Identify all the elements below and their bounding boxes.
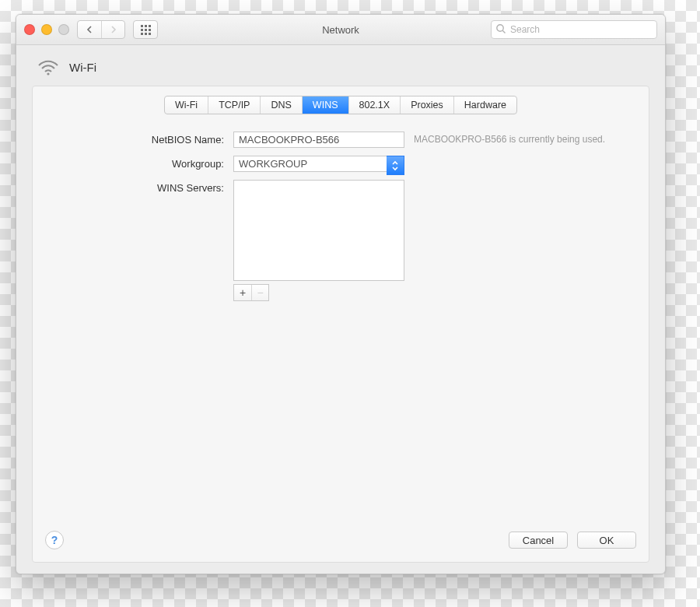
- panel-footer: ? Cancel OK: [45, 520, 636, 549]
- tab-dns[interactable]: DNS: [260, 96, 301, 114]
- service-title: Wi-Fi: [69, 61, 96, 74]
- search-icon: [495, 23, 506, 34]
- workgroup-combobox: [233, 156, 404, 172]
- content: Wi-Fi Wi-Fi TCP/IP DNS WINS 802.1X Proxi…: [16, 45, 665, 574]
- grid-icon: [141, 25, 151, 35]
- workgroup-label: Workgroup:: [172, 156, 224, 170]
- tabs: Wi-Fi TCP/IP DNS WINS 802.1X Proxies Har…: [164, 96, 517, 114]
- nav-back-forward: [77, 20, 125, 39]
- tab-proxies[interactable]: Proxies: [400, 96, 453, 114]
- svg-point-0: [497, 25, 503, 31]
- close-icon[interactable]: [24, 24, 35, 35]
- netbios-hint: MACBOOKPRO-B566 is currently being used.: [414, 132, 636, 146]
- workgroup-input[interactable]: [233, 156, 404, 172]
- netbios-name-input[interactable]: [233, 132, 404, 148]
- help-button[interactable]: ?: [45, 531, 64, 549]
- workgroup-dropdown-button[interactable]: [387, 156, 404, 175]
- zoom-icon[interactable]: [58, 24, 69, 35]
- preferences-window: Network Wi-Fi Wi-Fi TCP/IP DNS WINS 802.…: [16, 14, 666, 574]
- netbios-label: NetBIOS Name:: [152, 132, 224, 146]
- chevron-up-down-icon: [391, 160, 399, 171]
- tab-wifi[interactable]: Wi-Fi: [165, 96, 208, 114]
- tab-tcpip[interactable]: TCP/IP: [208, 96, 260, 114]
- settings-panel: Wi-Fi TCP/IP DNS WINS 802.1X Proxies Har…: [32, 86, 649, 563]
- wins-servers-cell: + −: [233, 180, 404, 301]
- tab-8021x[interactable]: 802.1X: [348, 96, 401, 114]
- add-server-button[interactable]: +: [234, 285, 251, 300]
- tab-wins[interactable]: WINS: [302, 96, 348, 114]
- ok-button[interactable]: OK: [577, 532, 636, 549]
- wins-servers-list[interactable]: [233, 180, 404, 281]
- service-header: Wi-Fi: [37, 58, 649, 76]
- add-remove-segment: + −: [233, 284, 269, 301]
- cancel-button[interactable]: Cancel: [509, 532, 568, 549]
- titlebar: Network: [16, 15, 665, 45]
- forward-button[interactable]: [101, 21, 124, 38]
- svg-point-2: [47, 72, 49, 75]
- back-button[interactable]: [78, 21, 101, 38]
- minimize-icon[interactable]: [41, 24, 52, 35]
- search-input[interactable]: [491, 20, 657, 39]
- wifi-icon: [37, 58, 60, 76]
- tab-hardware[interactable]: Hardware: [453, 96, 516, 114]
- wins-form: NetBIOS Name: MACBOOKPRO-B566 is current…: [45, 132, 636, 301]
- svg-line-1: [502, 30, 505, 33]
- search-wrap: [491, 20, 657, 39]
- wins-servers-label: WINS Servers:: [157, 180, 224, 194]
- show-all-button[interactable]: [133, 20, 158, 39]
- traffic-lights: [24, 24, 69, 35]
- remove-server-button: −: [251, 285, 268, 300]
